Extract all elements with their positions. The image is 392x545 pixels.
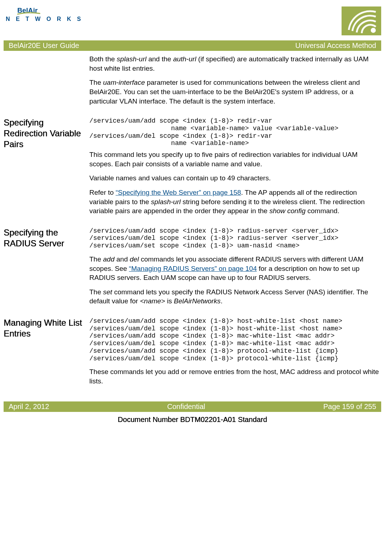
document-number: Document Number BDTM02201-A01 Standard xyxy=(4,416,381,424)
footer-page: Page 159 of 255 xyxy=(323,403,376,411)
sec1-para-1: This command lets you specify up to five… xyxy=(89,150,381,168)
brand-logo: BelAir N E T W O R K S xyxy=(6,6,83,22)
section-title: Universal Access Method xyxy=(295,41,376,50)
intro-para-2: The uam-interface parameter is used for … xyxy=(89,78,381,106)
link-web-server[interactable]: “Specifying the Web Server” on page 158 xyxy=(116,189,241,196)
sec1-para-3: Refer to “Specifying the Web Server” on … xyxy=(89,188,381,216)
code-radius-server: /services/uam/add scope <index (1-8)> ra… xyxy=(89,227,381,250)
code-white-list: /services/uam/add scope <index (1-8)> ho… xyxy=(89,317,381,362)
svg-point-2 xyxy=(371,28,376,33)
brand-wordmark-icon: BelAir xyxy=(6,6,63,15)
sec1-para-2: Variable names and values can contain up… xyxy=(89,173,381,183)
code-redirection-pairs: /services/uam/add scope <index (1-8)> re… xyxy=(89,117,381,147)
heading-white-list: Managing White List Entries xyxy=(4,317,89,339)
heading-redirection-pairs: Specifying Redirection Variable Pairs xyxy=(4,117,89,150)
sec3-para-1: These commands let you add or remove ent… xyxy=(89,367,381,386)
page-header: BelAir N E T W O R K S xyxy=(4,6,381,39)
footer-confidential: Confidential xyxy=(167,403,205,411)
heading-radius-server: Specifying the RADIUS Server xyxy=(4,227,89,249)
intro-para-1: Both the splash-url and the auth-url (if… xyxy=(89,54,381,73)
brand-mark-icon xyxy=(342,6,381,35)
title-bar: BelAir20E User Guide Universal Access Me… xyxy=(4,40,381,51)
sec2-para-2: The set command lets you specify the RAD… xyxy=(89,287,381,306)
link-radius-servers[interactable]: “Managing RADIUS Servers” on page 104 xyxy=(129,265,257,272)
doc-title: BelAir20E User Guide xyxy=(9,41,79,50)
sec2-para-1: The add and del commands let you associa… xyxy=(89,255,381,282)
footer-bar: April 2, 2012 Confidential Page 159 of 2… xyxy=(4,401,381,412)
brand-subtext: N E T W O R K S xyxy=(6,16,83,22)
footer-date: April 2, 2012 xyxy=(9,403,49,411)
